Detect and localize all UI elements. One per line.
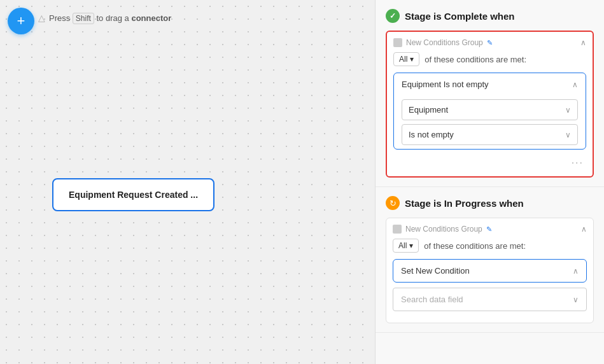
set-condition-label: Set New Condition (401, 266, 470, 276)
search-placeholder: Search data field (401, 295, 463, 304)
canvas-hint: △ Press Shift to drag a connector (38, 13, 171, 23)
complete-sub-field-label: Equipment (409, 105, 448, 115)
complete-condition-text: Equipment Is not empty (402, 80, 489, 89)
canvas-area: + △ Press Shift to drag a connector Equi… (0, 0, 375, 364)
progress-all-conditions-row: All ▾ of these conditions are met: (393, 239, 587, 253)
group-label-icon (393, 38, 402, 47)
node-label: Equipment Request Created ... (69, 190, 198, 200)
canvas-node[interactable]: Equipment Request Created ... (52, 178, 214, 211)
complete-section-title: Stage is Complete when (405, 11, 515, 22)
complete-condition-header: Equipment Is not empty ∧ (394, 73, 586, 95)
progress-dropdown-chevron-icon: ▾ (409, 241, 413, 250)
complete-all-dropdown[interactable]: All ▾ (393, 52, 419, 66)
progress-group-label-row: New Conditions Group ✎ ∧ (393, 225, 587, 234)
complete-section: Stage is Complete when New Conditions Gr… (376, 0, 604, 187)
progress-all-dropdown[interactable]: All ▾ (393, 239, 419, 253)
set-condition-chevron-icon[interactable]: ∧ (573, 267, 579, 276)
progress-group-label-icon (393, 225, 402, 234)
search-data-field-item[interactable]: Search data field ∨ (393, 288, 587, 311)
complete-collapse-icon[interactable]: ∧ (580, 38, 586, 47)
dropdown-chevron-icon: ▾ (410, 55, 414, 64)
progress-group-label: New Conditions Group ✎ (393, 225, 492, 234)
complete-sub-operator-label: Is not empty (409, 130, 454, 139)
complete-edit-icon[interactable]: ✎ (487, 39, 493, 47)
plus-icon: + (17, 13, 25, 29)
progress-section: ↻ Stage is In Progress when New Conditio… (376, 187, 604, 333)
complete-condition-sub: Equipment ∨ Is not empty ∨ (394, 95, 586, 149)
complete-conditions-label: of these conditions are met: (425, 55, 526, 64)
complete-group-label-text: New Conditions Group (406, 38, 483, 47)
complete-group-label-row: New Conditions Group ✎ ∧ (393, 38, 586, 47)
warning-icon: △ (38, 13, 45, 23)
complete-condition-item[interactable]: Equipment Is not empty ∧ Equipment ∨ Is … (393, 73, 586, 150)
complete-sub-field[interactable]: Equipment ∨ (402, 99, 578, 120)
complete-group-label: New Conditions Group ✎ (393, 38, 493, 47)
set-new-condition-item[interactable]: Set New Condition ∧ (393, 259, 587, 283)
complete-section-header: Stage is Complete when (386, 9, 594, 23)
progress-conditions-group: New Conditions Group ✎ ∧ All ▾ of these … (386, 218, 594, 323)
progress-conditions-label: of these conditions are met: (424, 241, 526, 251)
complete-status-icon (386, 9, 400, 23)
complete-all-conditions-row: All ▾ of these conditions are met: (393, 52, 586, 66)
progress-collapse-icon[interactable]: ∧ (581, 225, 587, 234)
sub-field-chevron-icon: ∨ (565, 106, 571, 115)
progress-status-icon: ↻ (386, 196, 400, 210)
sub-operator-chevron-icon: ∨ (565, 130, 571, 139)
progress-section-title: Stage is In Progress when (405, 198, 524, 209)
complete-condition-chevron[interactable]: ∧ (572, 80, 578, 89)
search-field-chevron-icon: ∨ (573, 295, 579, 304)
complete-three-dots[interactable]: ··· (393, 155, 586, 170)
hint-text: Press Shift to drag a connector (49, 13, 171, 23)
right-panel: Stage is Complete when New Conditions Gr… (375, 0, 604, 364)
progress-section-header: ↻ Stage is In Progress when (386, 196, 594, 210)
complete-sub-operator[interactable]: Is not empty ∨ (402, 124, 578, 145)
progress-group-label-text: New Conditions Group (405, 225, 482, 234)
add-button[interactable]: + (8, 8, 34, 34)
progress-edit-icon[interactable]: ✎ (486, 225, 492, 234)
complete-conditions-group: New Conditions Group ✎ ∧ All ▾ of these … (386, 31, 594, 178)
